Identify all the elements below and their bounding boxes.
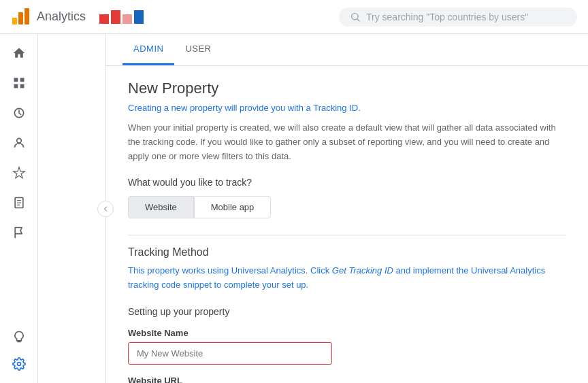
svg-point-11 [17,363,20,366]
sidebar-item-clock[interactable] [5,99,33,127]
color-block-2 [111,10,120,24]
search-icon [350,12,361,22]
tab-admin[interactable]: ADMIN [122,34,174,65]
sidebar-item-dashboard[interactable] [5,69,33,97]
lightbulb-icon [12,330,26,344]
right-panel: ADMIN USER New Property Creating a new p… [106,34,588,383]
logo-icon [11,7,31,27]
tracking-method-title: Tracking Method [128,246,566,259]
sidebar-item-user[interactable] [5,129,33,156]
clock-icon [12,106,26,120]
flag-icon [12,226,26,239]
back-arrow-icon [101,205,110,213]
svg-rect-5 [20,78,24,82]
sidebar-item-lightbulb[interactable] [5,323,33,350]
home-icon [12,46,26,60]
svg-rect-7 [20,84,24,88]
website-name-group: Website Name [128,328,566,365]
header: Analytics Try searching "Top countries b… [0,0,588,34]
setup-title: Setting up your property [128,306,566,317]
website-name-input[interactable] [128,342,332,365]
main-layout: ADMIN USER New Property Creating a new p… [0,34,588,383]
info-text: Creating a new property will provide you… [128,103,566,113]
track-label: What would you like to track? [128,177,566,188]
svg-rect-6 [14,84,18,88]
color-block-3 [122,14,132,24]
svg-point-9 [16,138,21,143]
svg-rect-4 [14,78,18,82]
sidebar-item-sparkle[interactable] [5,159,33,186]
color-blocks [99,10,144,24]
tabs: ADMIN USER [106,34,588,66]
dashboard-icon [12,76,26,90]
search-placeholder: Try searching "Top countries by users" [366,12,528,22]
sidebar-item-flag[interactable] [5,219,33,246]
logo: Analytics [11,7,86,27]
track-mobile-button[interactable]: Mobile app [194,196,272,218]
left-nav [38,34,106,383]
website-name-label: Website Name [128,328,566,338]
track-website-button[interactable]: Website [128,196,194,218]
description-text: When your initial property is created, w… [128,121,566,163]
get-tracking-id-link[interactable]: Get Tracking ID [332,265,393,276]
user-icon [12,136,26,150]
search-bar[interactable]: Try searching "Top countries by users" [339,7,577,27]
svg-rect-0 [12,18,17,24]
svg-rect-1 [18,12,23,24]
main-content: New Property Creating a new property wil… [106,66,588,383]
settings-icon [12,357,26,371]
svg-rect-2 [24,8,29,24]
color-block-4 [134,10,144,24]
website-url-group: Website URL http:// ▼ [128,376,566,383]
sidebar-item-settings[interactable] [5,350,33,378]
tab-user[interactable]: USER [174,34,222,65]
sidebar-item-home[interactable] [5,39,33,67]
content-area: ADMIN USER New Property Creating a new p… [38,34,588,383]
back-button[interactable] [97,201,114,217]
track-buttons: Website Mobile app [128,196,566,218]
tracking-method-desc: This property works using Universal Anal… [128,264,566,293]
sparkle-icon [12,166,26,180]
app-title: Analytics [37,10,86,24]
sidebar [0,34,38,383]
website-url-label: Website URL [128,376,566,383]
color-block-1 [99,14,109,24]
document-icon [12,196,26,210]
page-title: New Property [128,80,566,97]
sidebar-bottom [5,323,33,378]
divider-1 [128,235,566,235]
sidebar-item-document[interactable] [5,189,33,216]
